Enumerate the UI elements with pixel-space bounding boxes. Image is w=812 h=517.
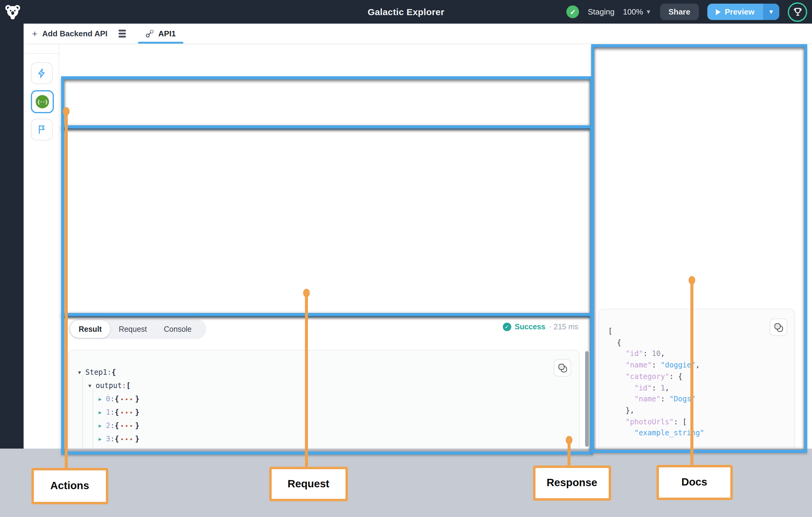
active-tab-underline	[138, 42, 183, 44]
add-backend-api-label: Add Backend API	[42, 29, 108, 38]
tab-bar: + Add Backend API API1	[24, 24, 812, 44]
annotation-dot-docs	[689, 276, 695, 284]
annotation-label-response: Response	[533, 465, 611, 500]
left-sidebar	[0, 24, 24, 448]
workflow-node-rest-call[interactable]: {··}	[31, 90, 54, 113]
annotation-label-request: Request	[269, 466, 348, 501]
api-plug-icon	[145, 29, 154, 38]
plus-icon: +	[32, 28, 37, 39]
play-icon	[716, 9, 721, 15]
annotation-rect-docs	[591, 44, 807, 453]
annotation-dot-request	[303, 289, 310, 297]
deploy-status-check-icon: ✓	[567, 5, 579, 18]
chevron-down-icon: ▼	[646, 8, 652, 15]
preview-label: Preview	[725, 7, 755, 16]
annotation-rect-actions	[61, 76, 593, 130]
share-button[interactable]: Share	[660, 4, 699, 20]
annotation-dot-actions	[63, 107, 69, 116]
zoom-level: 100%	[623, 7, 643, 16]
divider	[24, 53, 59, 54]
workflow-node-trigger[interactable]	[31, 62, 53, 84]
annotation-rect-response	[61, 313, 593, 455]
annotation-connector-request	[304, 292, 308, 467]
annotation-connector-actions	[65, 111, 68, 469]
zoom-control[interactable]: 100% ▼	[623, 7, 651, 16]
annotation-rect-request	[61, 125, 593, 317]
top-header: Galactic Explorer ✓ Staging 100% ▼ Share…	[0, 0, 812, 24]
vertical-scrollbar[interactable]	[585, 351, 589, 447]
app-window: Galactic Explorer ✓ Staging 100% ▼ Share…	[0, 0, 812, 517]
annotation-dot-response	[566, 436, 572, 444]
tab-list-menu-icon[interactable]	[118, 30, 125, 37]
trophy-icon[interactable]	[788, 2, 807, 22]
rest-api-node-icon: {··}	[36, 95, 49, 108]
preview-dropdown-button[interactable]: ▼	[763, 4, 779, 20]
preview-button[interactable]: Preview ▼	[707, 4, 779, 20]
annotation-connector-docs	[690, 280, 693, 466]
annotation-label-actions: Actions	[31, 468, 108, 504]
lightning-icon	[37, 69, 47, 78]
annotation-label-docs: Docs	[656, 465, 732, 500]
workflow-node-flag[interactable]	[31, 119, 53, 140]
tab-api1[interactable]: API1	[138, 24, 183, 44]
add-backend-api-button[interactable]: + Add Backend API	[32, 28, 107, 39]
flag-icon	[37, 125, 47, 134]
environment-label[interactable]: Staging	[588, 7, 614, 16]
tab-api1-label: API1	[158, 29, 176, 38]
